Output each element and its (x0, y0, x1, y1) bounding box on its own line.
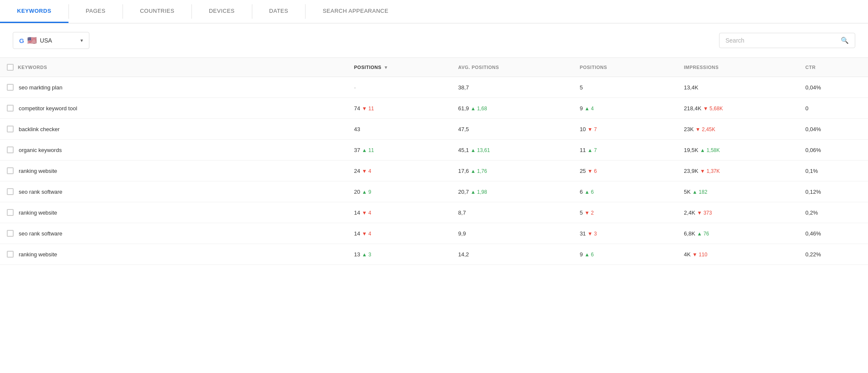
change-down-icon: ▼ 6 (588, 168, 597, 174)
row-checkbox[interactable] (7, 251, 14, 258)
table-row: seo markting plan - 38,7 5 13,4K 0,04% (0, 77, 868, 98)
change-up-icon: ▲ 1,98 (471, 189, 487, 195)
avg-value: 14,2 (458, 251, 469, 258)
keyword-cell: competitor keyword tool (0, 98, 347, 119)
select-all-checkbox[interactable] (7, 64, 14, 71)
impressions-cell: 5K▲ 182 (677, 181, 799, 202)
change-down-icon: ▼ 5,68K (703, 106, 723, 112)
col-header-keywords[interactable]: KEYWORDS (0, 58, 347, 77)
position-value: 37 (354, 147, 360, 153)
change-up-icon: ▲ 1,58K (700, 147, 720, 153)
search-icon: 🔍 (841, 37, 849, 44)
position-dash: - (354, 84, 356, 91)
change-up-icon: ▲ 6 (585, 252, 594, 258)
pos2-value: 5 (580, 84, 582, 91)
row-checkbox[interactable] (7, 84, 14, 91)
main-container: KEYWORDS PAGES COUNTRIES DEVICES DATES S… (0, 0, 868, 373)
positions-cell: 14▼ 4 (347, 202, 451, 223)
change-down-icon: ▼ 3 (588, 231, 597, 237)
change-down-icon: ▼ 11 (362, 106, 374, 112)
positions-cell: 13▲ 3 (347, 244, 451, 265)
impressions-cell: 23K▼ 2,45K (677, 119, 799, 140)
ctr-value: 0,2% (805, 209, 818, 216)
imp-value: 23K (684, 126, 694, 132)
imp-value: 5K (684, 189, 691, 195)
search-input[interactable] (725, 37, 837, 44)
keyword-cell: ranking website (0, 161, 347, 181)
ctr-cell: 0,22% (799, 244, 868, 265)
positions-cell: 43 (347, 119, 451, 140)
col-header-ctr[interactable]: CTR (799, 58, 868, 77)
ctr-cell: 0,04% (799, 77, 868, 98)
table-row: competitor keyword tool 74▼ 11 61,9▲ 1,6… (0, 98, 868, 119)
change-down-icon: ▼ 2,45K (695, 126, 715, 132)
impressions-cell: 4K▼ 110 (677, 244, 799, 265)
col-header-avg-positions[interactable]: AVG. POSITIONS (451, 58, 573, 77)
imp-value: 13,4K (684, 84, 698, 91)
avg-positions-cell: 17,6▲ 1,76 (451, 161, 573, 181)
tab-countries[interactable]: COUNTRIES (123, 0, 191, 23)
pos2-value: 6 (580, 189, 582, 195)
avg-value: 38,7 (458, 84, 469, 91)
country-name: USA (40, 37, 52, 44)
sort-icon: ▾ (385, 65, 388, 70)
pos2-value: 9 (580, 251, 582, 258)
tab-search-appearance[interactable]: SEARCH APPEARANCE (306, 0, 405, 23)
tab-devices[interactable]: DEVICES (192, 0, 252, 23)
impressions-cell: 218,4K▼ 5,68K (677, 98, 799, 119)
imp-value: 19,5K (684, 147, 698, 153)
change-down-icon: ▼ 2 (585, 210, 594, 216)
positions2-cell: 5▼ 2 (573, 202, 677, 223)
tab-keywords[interactable]: KEYWORDS (0, 0, 69, 23)
row-checkbox[interactable] (7, 167, 14, 174)
pos2-value: 10 (580, 126, 585, 132)
avg-positions-cell: 9,9 (451, 223, 573, 244)
avg-positions-cell: 14,2 (451, 244, 573, 265)
col-header-impressions[interactable]: IMPRESSIONS (677, 58, 799, 77)
avg-value: 20,7 (458, 189, 469, 195)
position-value: 74 (354, 105, 360, 112)
tab-dates[interactable]: DATES (252, 0, 306, 23)
row-checkbox[interactable] (7, 126, 14, 132)
row-checkbox[interactable] (7, 105, 14, 112)
tab-pages[interactable]: PAGES (69, 0, 123, 23)
ctr-cell: 0,12% (799, 181, 868, 202)
country-flag: 🇺🇸 (27, 36, 37, 45)
ctr-value: 0,06% (805, 147, 821, 153)
pos2-value: 31 (580, 230, 585, 237)
country-selector[interactable]: G 🇺🇸 USA ▾ (13, 32, 89, 49)
positions2-cell: 31▼ 3 (573, 223, 677, 244)
ctr-cell: 0,46% (799, 223, 868, 244)
change-up-icon: ▲ 7 (588, 147, 597, 153)
avg-positions-cell: 8,7 (451, 202, 573, 223)
avg-value: 8,7 (458, 209, 466, 216)
row-checkbox[interactable] (7, 209, 14, 216)
col-header-positions2[interactable]: POSITIONS (573, 58, 677, 77)
row-checkbox[interactable] (7, 230, 14, 237)
col-header-positions[interactable]: POSITIONS ▾ (347, 58, 451, 77)
row-checkbox[interactable] (7, 146, 14, 153)
change-up-icon: ▲ 6 (585, 189, 594, 195)
pos2-value: 5 (580, 209, 582, 216)
ctr-cell: 0 (799, 98, 868, 119)
impressions-cell: 13,4K (677, 77, 799, 98)
keyword-text: competitor keyword tool (19, 105, 77, 112)
keyword-text: backlink checker (19, 126, 60, 132)
imp-value: 2,4K (684, 209, 695, 216)
positions2-cell: 6▲ 6 (573, 181, 677, 202)
keyword-text: seo rank software (19, 230, 63, 237)
change-down-icon: ▼ 4 (362, 210, 371, 216)
table-row: seo rank software 20▲ 9 20,7▲ 1,98 6▲ 6 … (0, 181, 868, 202)
change-down-icon: ▼ 4 (362, 168, 371, 174)
ctr-value: 0,46% (805, 230, 821, 237)
keyword-cell: seo markting plan (0, 77, 347, 98)
change-up-icon: ▲ 1,68 (471, 106, 487, 112)
position-value: 13 (354, 251, 360, 258)
keyword-text: ranking website (19, 209, 57, 216)
avg-positions-cell: 61,9▲ 1,68 (451, 98, 573, 119)
dropdown-arrow-icon: ▾ (80, 37, 83, 43)
imp-value: 23,9K (684, 168, 698, 174)
imp-value: 4K (684, 251, 691, 258)
row-checkbox[interactable] (7, 188, 14, 195)
pos2-value: 25 (580, 168, 585, 174)
